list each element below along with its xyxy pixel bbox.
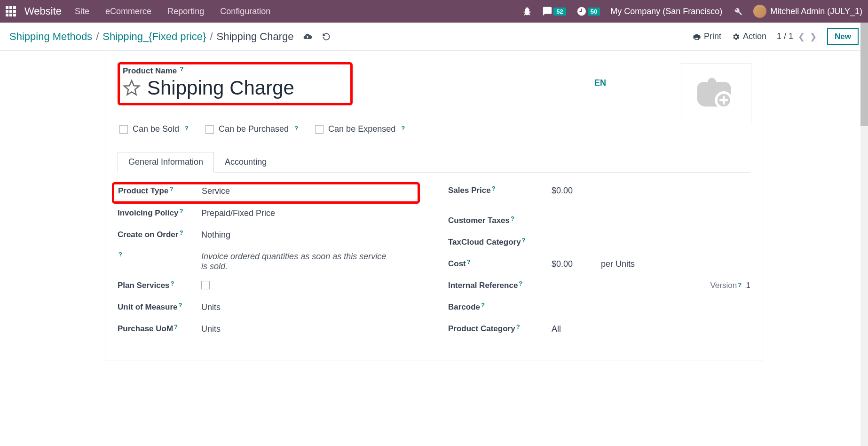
- help-icon[interactable]: ?: [179, 229, 183, 236]
- plan-services-checkbox[interactable]: [201, 281, 210, 289]
- help-icon[interactable]: ?: [171, 280, 174, 287]
- version-label: Version: [710, 281, 737, 290]
- help-icon[interactable]: ?: [179, 302, 182, 309]
- top-nav: Website Site eCommerce Reporting Configu…: [0, 0, 868, 23]
- highlight-product-name: Product Name? Shipping Charge: [118, 62, 353, 105]
- tab-general-information[interactable]: General Information: [118, 152, 214, 173]
- internal-ref-label: Internal Reference: [448, 281, 518, 290]
- help-icon[interactable]: ?: [467, 258, 471, 265]
- invoicing-policy-label: Invoicing Policy: [118, 208, 178, 218]
- checkbox-icon[interactable]: [205, 125, 214, 134]
- help-icon[interactable]: ?: [481, 302, 485, 309]
- help-icon[interactable]: ?: [522, 237, 526, 244]
- barcode-label: Barcode: [448, 303, 480, 312]
- new-button[interactable]: New: [827, 28, 859, 45]
- menu-ecommerce[interactable]: eCommerce: [105, 7, 151, 16]
- help-icon[interactable]: ?: [180, 65, 183, 72]
- language-button[interactable]: EN: [594, 78, 606, 88]
- sales-price-value[interactable]: $0.00: [552, 186, 750, 196]
- cost-per: per Units: [601, 259, 635, 269]
- app-brand[interactable]: Website: [24, 5, 62, 17]
- checkbox-icon[interactable]: [315, 125, 324, 134]
- product-image-placeholder[interactable]: [681, 63, 751, 124]
- create-on-order-label: Create on Order: [118, 230, 178, 239]
- sales-price-label: Sales Price: [448, 186, 491, 195]
- menu-reporting[interactable]: Reporting: [167, 7, 204, 16]
- breadcrumb-root[interactable]: Shipping Methods: [9, 31, 92, 43]
- pager-next-icon[interactable]: ❯: [810, 32, 817, 42]
- product-type-value[interactable]: Service: [202, 186, 414, 196]
- breadcrumb-mid[interactable]: Shipping_{Fixed price}: [103, 31, 206, 43]
- version-value[interactable]: 1: [746, 281, 750, 290]
- control-bar: Shipping Methods / Shipping_{Fixed price…: [0, 23, 868, 51]
- help-icon[interactable]: ?: [511, 215, 514, 222]
- highlight-product-type: Product Type? Service: [112, 182, 420, 204]
- form-sheet: Product Name? Shipping Charge EN Can be …: [105, 51, 763, 360]
- help-icon[interactable]: ?: [169, 185, 173, 192]
- product-type-label: Product Type: [118, 186, 168, 196]
- pager-value[interactable]: 1 / 1: [777, 32, 793, 41]
- invoicing-policy-value[interactable]: Prepaid/Fixed Price: [201, 208, 420, 218]
- help-icon[interactable]: ?: [401, 125, 405, 132]
- scrollbar-thumb[interactable]: [860, 23, 868, 126]
- breadcrumb-sep: /: [210, 31, 213, 43]
- cost-value[interactable]: $0.00: [552, 259, 573, 269]
- company-switcher[interactable]: My Company (San Francisco): [610, 7, 722, 16]
- cloud-upload-icon[interactable]: [303, 32, 312, 41]
- uom-value[interactable]: Units: [201, 303, 420, 312]
- apps-icon[interactable]: [6, 6, 16, 16]
- discard-icon[interactable]: [322, 32, 331, 41]
- uom-label: Unit of Measure: [118, 303, 178, 312]
- user-name: Mitchell Admin (JULY_1): [770, 7, 862, 16]
- product-category-label: Product Category: [448, 324, 515, 334]
- user-menu[interactable]: Mitchell Admin (JULY_1): [753, 5, 862, 18]
- can-be-expensed-checkbox[interactable]: Can be Expensed?: [315, 124, 405, 134]
- product-name-label: Product Name?: [123, 66, 346, 76]
- customer-taxes-label: Customer Taxes: [448, 216, 510, 225]
- tabs: General Information Accounting: [118, 152, 750, 173]
- form-right-column: Sales Price? $0.00 Customer Taxes? TaxCl…: [448, 181, 750, 341]
- print-button[interactable]: Print: [693, 32, 721, 41]
- plan-services-label: Plan Services: [118, 281, 170, 290]
- invoicing-help-text: Invoice ordered quantities as soon as th…: [201, 252, 394, 271]
- help-icon[interactable]: ?: [294, 125, 298, 132]
- taxcloud-label: TaxCloud Category: [448, 238, 521, 247]
- cost-label: Cost: [448, 259, 466, 269]
- help-icon[interactable]: ?: [118, 251, 122, 258]
- checkbox-icon[interactable]: [119, 125, 128, 134]
- breadcrumb-current: Shipping Charge: [217, 31, 294, 43]
- product-name-input[interactable]: Shipping Charge: [147, 77, 294, 99]
- pager: 1 / 1 ❮ ❯: [777, 32, 817, 42]
- create-on-order-value[interactable]: Nothing: [201, 230, 420, 240]
- breadcrumb: Shipping Methods / Shipping_{Fixed price…: [9, 31, 293, 43]
- tools-icon[interactable]: [733, 6, 743, 16]
- help-icon[interactable]: ?: [179, 207, 183, 215]
- messages-icon[interactable]: 52: [542, 6, 566, 16]
- scrollbar[interactable]: [860, 23, 868, 360]
- activities-badge: 50: [588, 8, 600, 16]
- help-icon[interactable]: ?: [519, 280, 522, 287]
- help-icon[interactable]: ?: [738, 281, 742, 288]
- help-icon[interactable]: ?: [174, 323, 178, 330]
- pager-prev-icon[interactable]: ❮: [798, 32, 805, 42]
- top-menu: Site eCommerce Reporting Configuration: [75, 7, 270, 16]
- help-icon[interactable]: ?: [185, 125, 189, 132]
- help-icon[interactable]: ?: [516, 323, 520, 330]
- action-button[interactable]: Action: [732, 32, 766, 41]
- favorite-star-icon[interactable]: [123, 79, 141, 97]
- svg-marker-0: [124, 80, 139, 95]
- bug-icon[interactable]: [522, 7, 532, 16]
- menu-site[interactable]: Site: [75, 7, 89, 16]
- purchase-uom-value[interactable]: Units: [201, 324, 420, 334]
- can-be-sold-checkbox[interactable]: Can be Sold?: [119, 124, 189, 134]
- can-be-purchased-checkbox[interactable]: Can be Purchased?: [205, 124, 298, 134]
- purchase-uom-label: Purchase UoM: [118, 324, 173, 334]
- tab-accounting[interactable]: Accounting: [214, 152, 277, 172]
- activities-icon[interactable]: 50: [576, 6, 600, 16]
- menu-configuration[interactable]: Configuration: [220, 7, 270, 16]
- product-category-value[interactable]: All: [552, 324, 750, 334]
- help-icon[interactable]: ?: [492, 185, 496, 192]
- avatar: [753, 5, 766, 18]
- breadcrumb-sep: /: [96, 31, 99, 43]
- messages-badge: 52: [553, 8, 566, 16]
